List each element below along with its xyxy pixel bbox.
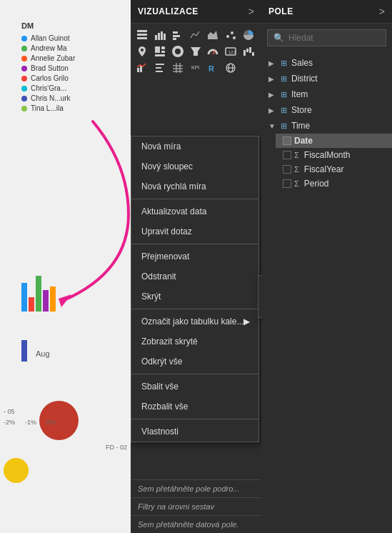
search-box[interactable]: 🔍 [267,29,386,46]
svg-rect-14 [173,31,178,34]
svg-rect-37 [156,64,164,65]
chart-legend: DM Allan Guinot Andrew Ma Annelie Zubar … [21,21,75,114]
svg-rect-39 [156,71,163,72]
svg-point-21 [141,49,144,51]
viz-icon-table[interactable] [135,28,149,42]
viz-icon-map[interactable] [135,44,149,59]
viz-bottom-item-0[interactable]: Sem přetáhněte pole podro... [131,479,261,497]
viz-icons-grid: 123 KPI R [131,24,261,79]
menu-item-skryt[interactable]: Skrýt [131,287,258,307]
menu-item-sbalit[interactable]: Sbalit vše [131,377,258,397]
menu-item-upravit[interactable]: Upravit dotaz [131,221,258,241]
checkbox-fiscalmonth[interactable] [283,151,291,159]
viz-arrow[interactable]: > [248,6,254,17]
sub-item-date[interactable]: Date [276,134,392,148]
svg-rect-10 [155,35,157,40]
legend-label-7: Tina L...ila [31,104,64,112]
menu-item-odstranit[interactable]: Odstranit [131,266,258,287]
pct-label-2: 0% [46,419,56,426]
menu-item-nova-mira[interactable]: Nová míra [131,136,258,156]
s-label: - 05 [4,408,15,415]
svg-line-28 [213,51,215,54]
menu-item-rozbalit[interactable]: Rozbalit vše [131,397,258,417]
svg-text:123: 123 [228,50,236,54]
legend-label-4: Carlos Grilo [31,74,69,82]
checkbox-fiscalyear[interactable] [283,165,291,174]
tree-label-item: Item [291,89,308,99]
sigma-fiscalyear: Σ [294,165,299,174]
svg-rect-32 [246,49,248,52]
viz-icon-globe[interactable] [223,61,238,75]
viz-icon-line[interactable] [189,28,203,42]
viz-icon-slicer[interactable] [153,61,167,75]
menu-item-aktualizovat[interactable]: Aktualizovat data [131,201,258,221]
legend-label-1: Andrew Ma [31,44,67,52]
tree-item-district[interactable]: ▶ ⊞ District [261,71,392,86]
submenu-arrow: ▶ [243,317,250,327]
menu-item-zobrazit[interactable]: Zobrazit skryté [131,332,258,352]
submenu: ✓ Označit jako tabulku k... ✓ Nastavení … [258,275,261,318]
viz-icon-area[interactable] [206,28,220,42]
sub-item-period[interactable]: Σ Period [276,176,392,191]
legend-dot-0 [21,36,27,41]
legend-label-2: Annelie Zubar [31,54,75,62]
sub-item-fiscalmonth[interactable]: Σ FiscalMonth [276,148,392,162]
checkbox-date[interactable] [283,136,291,145]
svg-point-18 [226,35,229,38]
svg-rect-3 [43,290,49,312]
menu-item-vlastnosti[interactable]: Vlastnosti [131,422,258,442]
checkbox-period[interactable] [283,179,291,188]
chart-bars [14,261,127,419]
viz-icon-combo[interactable] [135,61,149,75]
menu-item-nova-rychla[interactable]: Nová rychlá míra [131,176,258,196]
table-icon-time: ⊞ [278,121,288,131]
viz-icon-bar[interactable] [153,28,167,42]
viz-icon-funnel[interactable] [189,44,203,59]
viz-icon-column[interactable] [171,28,185,42]
menu-item-oznacit[interactable]: Označit jako tabulku kale... ▶ [131,312,258,332]
tree-item-item[interactable]: ▶ ⊞ Item [261,86,392,102]
svg-rect-2 [36,276,41,312]
legend-dot-1 [21,46,27,51]
legend-item-4: Carlos Grilo [21,74,75,82]
viz-icon-gauge[interactable] [206,44,220,59]
submenu-item-nastaveni[interactable]: ✓ Nastavení tabulky kale... [258,297,261,317]
viz-icon-waterfall[interactable] [241,44,256,59]
search-icon: 🔍 [273,33,284,43]
legend-dot-7 [21,106,27,111]
viz-icon-pie[interactable] [241,28,256,42]
menu-item-novy-sloupec[interactable]: Nový sloupec [131,156,258,176]
svg-rect-22 [155,46,160,53]
table-icon-sales: ⊞ [278,59,288,68]
viz-icon-card[interactable]: 123 [223,44,238,59]
tree-item-time[interactable]: ▼ ⊞ Time [261,118,392,134]
tree-item-store[interactable]: ▶ ⊞ Store [261,102,392,118]
search-input[interactable] [288,33,380,43]
sub-label-fiscalmonth: FiscalMonth [304,150,351,160]
viz-bottom-item-2[interactable]: Sem přetáhněte datová pole. [131,515,261,533]
viz-icon-matrix[interactable] [171,61,185,75]
month-label: Aug [36,349,50,358]
tree-label-sales: Sales [291,58,313,68]
menu-item-odkryt[interactable]: Odkrýt vše [131,352,258,372]
viz-icon-kpi[interactable]: KPI [189,61,203,75]
sub-item-fiscalyear[interactable]: Σ FiscalYear [276,162,392,176]
viz-header: VIZUALIZACE > [131,0,261,24]
viz-icon-treemap[interactable] [153,44,167,59]
menu-item-prejmenovet[interactable]: Přejmenovat [131,246,258,266]
expand-icon-district: ▶ [268,75,276,83]
viz-icon-scatter[interactable] [223,28,238,42]
context-menu: Nová míra Nový sloupec Nová rychlá míra … [131,136,259,442]
tree-item-sales[interactable]: ▶ ⊞ Sales [261,55,392,71]
sigma-fiscalmonth: Σ [294,151,299,159]
table-icon-district: ⊞ [278,74,288,84]
expand-icon-sales: ▶ [268,59,276,67]
viz-icon-r[interactable]: R [206,61,220,75]
submenu-item-oznacit[interactable]: ✓ Označit jako tabulku k... [258,276,261,297]
svg-rect-9 [137,37,147,39]
pole-panel: POLE > 🔍 ▶ ⊞ Sales ▶ ⊞ District ▶ ⊞ Item… [261,0,392,533]
pole-arrow[interactable]: > [379,6,385,17]
svg-rect-8 [137,34,147,36]
pct-label-1: -1% [25,419,36,426]
viz-icon-donut[interactable] [171,44,185,59]
